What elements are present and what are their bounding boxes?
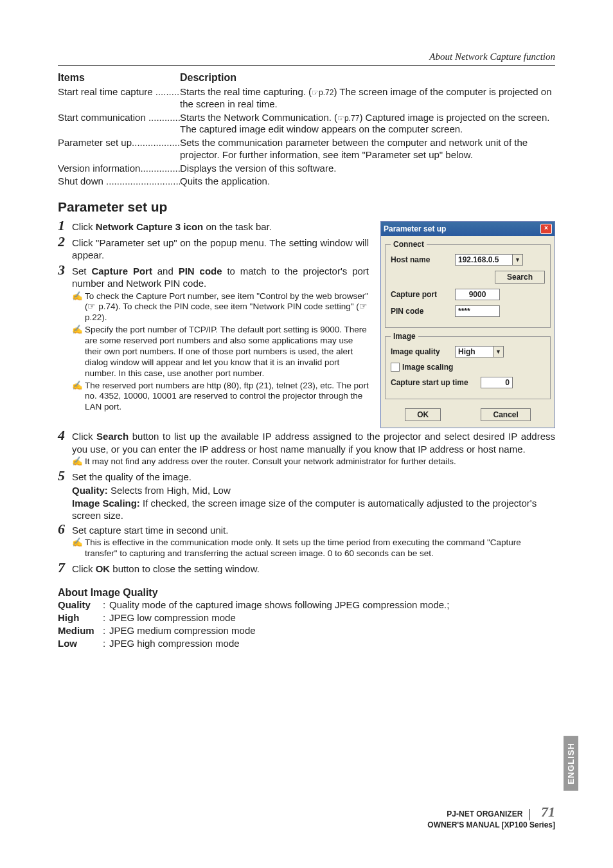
running-head: About Network Capture function: [58, 51, 555, 66]
connect-group: Connect Host name 192.168.0.5 ▼ Search C…: [385, 240, 551, 328]
th-desc: Description: [180, 72, 555, 84]
step-3: 3 Set Capture Port and PIN code to match…: [58, 263, 369, 290]
chevron-down-icon[interactable]: ▼: [513, 254, 523, 266]
item-label: Version information.....................…: [58, 163, 180, 174]
quality-row: High:JPEG low compression mode: [58, 611, 555, 624]
pin-input[interactable]: ****: [455, 305, 500, 317]
close-icon[interactable]: ×: [540, 224, 552, 234]
item-label: Start real time capture ................…: [58, 86, 180, 97]
page-number: 71: [541, 804, 555, 820]
row-start-realtime: Start real time capture ................…: [58, 86, 555, 111]
note: ✍ This is effective in the communication…: [72, 538, 555, 559]
row-param-setup: Parameter set up........................…: [58, 137, 555, 161]
starttime-input[interactable]: 0: [481, 377, 513, 388]
starttime-label: Capture start up time: [391, 378, 481, 387]
connect-legend: Connect: [391, 240, 427, 249]
pointer-icon: ☞p.72: [312, 88, 333, 97]
about-quality-heading: About Image Quality: [58, 587, 555, 599]
item-desc: Starts the Network Communication. (☞p.77…: [180, 112, 555, 136]
language-tab: ENGLISH: [564, 736, 578, 791]
step-number: 5: [58, 469, 71, 483]
quality-label: Image quality: [391, 347, 455, 356]
note-icon: ✍: [72, 291, 82, 302]
item-label: Start communication ...................: [58, 112, 180, 123]
item-desc: Quits the application.: [180, 176, 555, 188]
note-icon: ✍: [72, 381, 82, 392]
image-legend: Image: [391, 332, 418, 341]
step-number: 2: [58, 235, 71, 249]
item-label: Shut down ..............................…: [58, 176, 180, 186]
note: ✍ The reserved port numbers are http (80…: [72, 381, 369, 413]
ok-button[interactable]: OK: [405, 408, 441, 421]
step-1: 1 Click Network Capture 3 icon on the ta…: [58, 219, 369, 233]
table-header: Items Description: [58, 72, 555, 84]
footer-manual: OWNER'S MANUAL [XP100 Series]: [427, 820, 555, 829]
step-number: 7: [58, 561, 71, 575]
dialog-title: Parameter set up: [384, 224, 446, 233]
row-version: Version information.....................…: [58, 163, 555, 175]
scaling-checkbox[interactable]: [391, 363, 400, 372]
footer-product: PJ-NET ORGANIZER: [447, 809, 522, 818]
quality-line: Quality: Selects from High, Mid, Low: [72, 484, 555, 497]
quality-row: Low:JPEG high compression mode: [58, 637, 555, 650]
row-shutdown: Shut down ..............................…: [58, 176, 555, 188]
image-group: Image Image quality High ▼ Image scaling…: [385, 332, 551, 399]
cancel-button[interactable]: Cancel: [481, 408, 530, 421]
port-label: Capture port: [391, 290, 455, 299]
host-input[interactable]: 192.168.0.5: [455, 254, 513, 266]
pin-label: PIN code: [391, 307, 455, 316]
step-2: 2 Click "Parameter set up" on the popup …: [58, 235, 369, 262]
step-7: 7 Click OK button to close the setting w…: [58, 561, 555, 575]
section-title: Parameter set up: [58, 199, 555, 215]
port-input[interactable]: 9000: [455, 289, 500, 300]
dialog-titlebar: Parameter set up ×: [381, 222, 555, 236]
step-number: 1: [58, 219, 71, 233]
step-number: 3: [58, 263, 71, 277]
scaling-line: Image Scaling: If checked, the screen im…: [72, 497, 555, 522]
th-items: Items: [58, 72, 180, 84]
step-6: 6 Set capture start time in second unit.: [58, 522, 555, 537]
note-icon: ✍: [72, 538, 82, 548]
item-desc: Starts the real time capturing. (☞p.72) …: [180, 86, 555, 111]
note: ✍ It may not find any address over the r…: [72, 457, 555, 467]
quality-row: Medium:JPEG medium compression mode: [58, 624, 555, 637]
chevron-down-icon[interactable]: ▼: [493, 346, 504, 357]
search-button[interactable]: Search: [495, 271, 545, 284]
page-footer: PJ-NET ORGANIZER 71 OWNER'S MANUAL [XP10…: [427, 804, 555, 829]
step-5: 5 Set the quality of the image.: [58, 469, 555, 484]
note: ✍ To check the Capture Port number, see …: [72, 291, 369, 324]
step-number: 4: [58, 428, 71, 442]
row-start-comm: Start communication ................... …: [58, 112, 555, 136]
note: ✍ Specify the port number of TCP/IP. The…: [72, 325, 369, 379]
parameter-dialog: Parameter set up × Connect Host name 192…: [380, 221, 555, 428]
item-label: Parameter set up........................…: [58, 137, 180, 148]
item-desc: Sets the communication parameter between…: [180, 137, 555, 161]
step-4: 4 Click Search button to list up the ava…: [58, 428, 555, 455]
host-label: Host name: [391, 255, 455, 264]
note-icon: ✍: [72, 325, 82, 336]
pointer-icon: ☞p.77: [337, 114, 359, 123]
item-desc: Displays the version of this software.: [180, 163, 555, 175]
scaling-label: Image scaling: [402, 363, 453, 372]
note-icon: ✍: [72, 457, 82, 467]
quality-row: Quality:Quality mode of the captured ima…: [58, 599, 555, 611]
quality-select[interactable]: High: [455, 346, 493, 357]
step-number: 6: [58, 522, 71, 536]
